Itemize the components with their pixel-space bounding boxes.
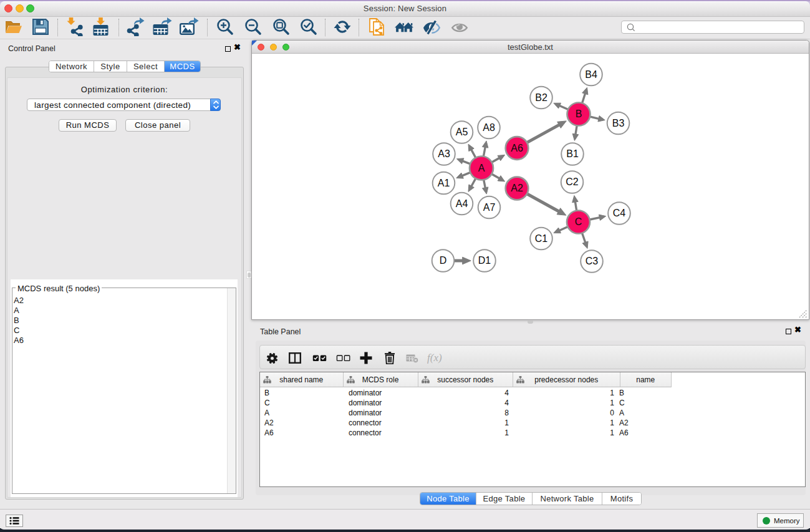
svg-text:A3: A3 — [438, 148, 450, 159]
svg-text:B4: B4 — [585, 69, 597, 80]
svg-text:D: D — [440, 255, 447, 266]
svg-text:A5: A5 — [456, 127, 468, 137]
svg-text:D1: D1 — [478, 255, 491, 266]
svg-text:B3: B3 — [612, 118, 625, 128]
svg-text:B2: B2 — [535, 92, 547, 103]
svg-text:A2: A2 — [511, 183, 523, 193]
svg-text:A8: A8 — [483, 122, 495, 133]
svg-text:A7: A7 — [483, 202, 496, 213]
svg-text:C3: C3 — [586, 256, 599, 266]
svg-text:B: B — [576, 109, 582, 119]
svg-text:C1: C1 — [535, 233, 548, 244]
svg-text:A4: A4 — [456, 198, 468, 209]
svg-text:C: C — [575, 216, 582, 227]
svg-text:A1: A1 — [438, 178, 450, 188]
svg-text:f(x): f(x) — [427, 352, 442, 364]
svg-text:C2: C2 — [566, 177, 579, 187]
svg-text:B1: B1 — [566, 148, 579, 159]
svg-text:C4: C4 — [613, 208, 626, 218]
svg-text:A: A — [478, 163, 485, 173]
svg-text:A6: A6 — [511, 143, 523, 153]
